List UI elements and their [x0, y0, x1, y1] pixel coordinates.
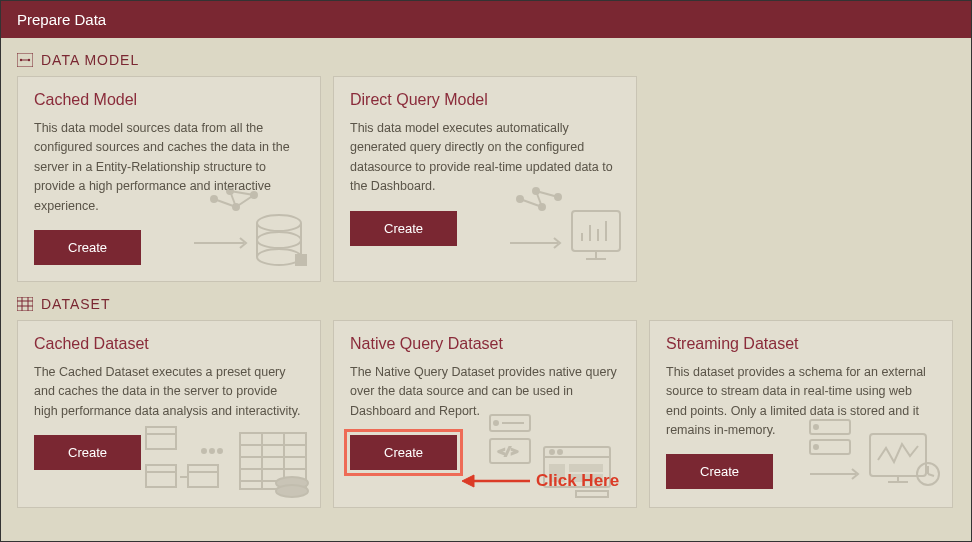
svg-line-23	[520, 199, 542, 207]
card-title: Native Query Dataset	[350, 335, 620, 353]
svg-point-19	[517, 196, 523, 202]
section-label: DATA MODEL	[41, 52, 139, 68]
data-model-cards: Cached Model This data model sources dat…	[1, 76, 971, 282]
click-here-annotation: Click Here	[462, 471, 619, 491]
dataset-icon	[17, 297, 33, 311]
svg-point-57	[276, 485, 308, 497]
svg-point-47	[210, 449, 214, 453]
svg-rect-75	[810, 440, 850, 454]
svg-point-65	[550, 450, 554, 454]
svg-point-56	[276, 477, 308, 489]
svg-rect-27	[572, 211, 620, 251]
svg-point-46	[202, 449, 206, 453]
arrow-left-icon	[462, 474, 530, 488]
section-header-dataset: DATASET	[1, 282, 971, 320]
svg-point-59	[494, 421, 498, 425]
svg-point-76	[814, 445, 818, 449]
page-title: Prepare Data	[17, 11, 106, 28]
card-title: Direct Query Model	[350, 91, 620, 109]
card-desc: This data model executes automatically g…	[350, 119, 620, 197]
svg-rect-61	[490, 439, 530, 463]
dataset-cards: Cached Dataset The Cached Dataset execut…	[1, 320, 971, 508]
annotation-text: Click Here	[536, 471, 619, 491]
svg-point-81	[917, 463, 939, 485]
svg-point-66	[558, 450, 562, 454]
section-header-data-model: DATA MODEL	[1, 38, 971, 76]
card-direct-query-model: Direct Query Model This data model execu…	[333, 76, 637, 282]
card-desc: This data model sources data from all th…	[34, 119, 304, 216]
svg-rect-18	[296, 255, 306, 265]
create-button-streaming-dataset[interactable]: Create	[666, 454, 773, 489]
dashboard-icon	[500, 185, 630, 275]
card-title: Cached Model	[34, 91, 304, 109]
card-title: Streaming Dataset	[666, 335, 936, 353]
card-desc: This dataset provides a schema for an ex…	[666, 363, 936, 441]
svg-point-13	[257, 215, 301, 231]
svg-point-48	[218, 449, 222, 453]
tables-icon	[144, 421, 314, 501]
svg-rect-43	[188, 465, 218, 487]
card-native-query-dataset: Native Query Dataset The Native Query Da…	[333, 320, 637, 508]
svg-line-83	[928, 474, 934, 476]
create-button-native-query-dataset[interactable]: Create	[350, 435, 457, 470]
svg-rect-41	[146, 465, 176, 487]
svg-rect-39	[146, 427, 176, 449]
svg-text:</>: </>	[498, 445, 518, 458]
card-desc: The Cached Dataset executes a preset que…	[34, 363, 304, 421]
create-button-cached-dataset[interactable]: Create	[34, 435, 141, 470]
svg-point-20	[539, 204, 545, 210]
card-cached-model: Cached Model This data model sources dat…	[17, 76, 321, 282]
create-button-direct-query-model[interactable]: Create	[350, 211, 457, 246]
data-model-icon	[17, 53, 33, 67]
create-button-cached-model[interactable]: Create	[34, 230, 141, 265]
card-desc: The Native Query Dataset provides native…	[350, 363, 620, 421]
svg-rect-70	[576, 491, 608, 497]
svg-point-16	[257, 249, 301, 265]
svg-point-17	[257, 232, 301, 248]
section-label: DATASET	[41, 296, 111, 312]
card-cached-dataset: Cached Dataset The Cached Dataset execut…	[17, 320, 321, 508]
card-title: Cached Dataset	[34, 335, 304, 353]
svg-rect-34	[17, 297, 33, 311]
page-header: Prepare Data	[1, 1, 971, 38]
svg-marker-72	[462, 475, 474, 487]
card-streaming-dataset: Streaming Dataset This dataset provides …	[649, 320, 953, 508]
svg-rect-49	[240, 433, 306, 489]
